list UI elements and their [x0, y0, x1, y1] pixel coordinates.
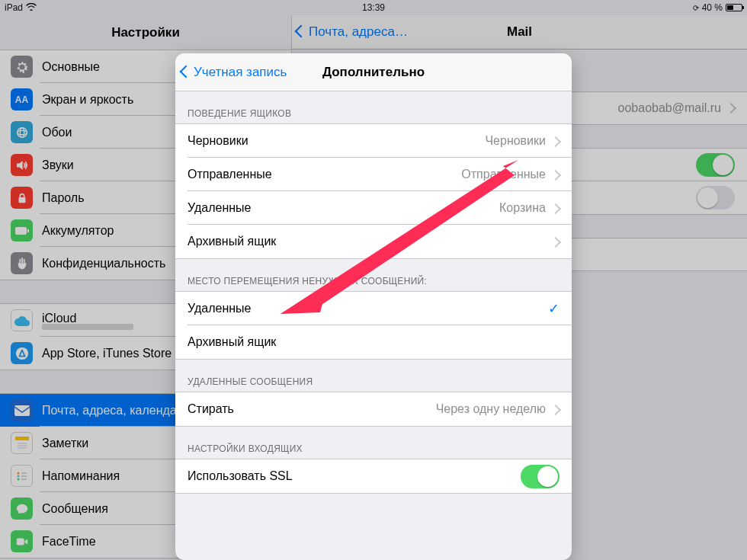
section-header: УДАЛЕННЫЕ СООБЩЕНИЯ	[175, 360, 572, 392]
modal-row[interactable]: ЧерновикиЧерновики	[175, 124, 572, 158]
row-label: Стирать	[188, 402, 234, 416]
row-label: Отправленные	[188, 168, 272, 181]
modal-row[interactable]: Удаленные✓	[175, 292, 572, 325]
section-header: МЕСТО ПЕРЕМЕЩЕНИЯ НЕНУЖНЫХ СООБЩЕНИЙ:	[175, 259, 572, 291]
modal-row[interactable]: Архивный ящик	[175, 325, 572, 359]
chevron-right-icon	[552, 200, 559, 216]
row-value: Корзина	[499, 201, 546, 215]
row-label: Удаленные	[188, 201, 251, 215]
row-label: Архивный ящик	[188, 335, 276, 349]
check-icon: ✓	[548, 300, 559, 317]
chevron-left-icon	[181, 65, 194, 80]
row-label: Архивный ящик	[188, 235, 276, 248]
chevron-right-icon	[552, 133, 559, 149]
advanced-modal: Учетная запись Дополнительно ПОВЕДЕНИЕ Я…	[175, 53, 572, 560]
modal-row[interactable]: УдаленныеКорзина	[175, 191, 572, 225]
chevron-right-icon	[552, 234, 559, 250]
modal-back-button[interactable]: Учетная запись	[175, 65, 287, 80]
row-value: Черновики	[485, 134, 546, 148]
modal-navbar: Учетная запись Дополнительно	[175, 53, 572, 91]
row-label: Удаленные	[188, 302, 251, 315]
chevron-right-icon	[552, 167, 559, 183]
row-value: Через одну неделю	[436, 402, 546, 416]
modal-row[interactable]: Использовать SSL	[175, 459, 572, 493]
modal-row[interactable]: СтиратьЧерез одну неделю	[175, 392, 572, 426]
modal-row[interactable]: ОтправленныеОтправленные	[175, 158, 572, 191]
section-header: ПОВЕДЕНИЕ ЯЩИКОВ	[175, 91, 572, 123]
section-header: НАСТРОЙКИ ВХОДЯЩИХ	[175, 427, 572, 459]
modal-row[interactable]: Архивный ящик	[175, 225, 572, 258]
row-label: Использовать SSL	[188, 469, 293, 483]
row-value: Отправленные	[461, 168, 546, 181]
chevron-right-icon	[552, 402, 559, 418]
switch[interactable]	[521, 465, 559, 488]
row-label: Черновики	[188, 134, 248, 148]
modal-back-label: Учетная запись	[194, 65, 287, 80]
